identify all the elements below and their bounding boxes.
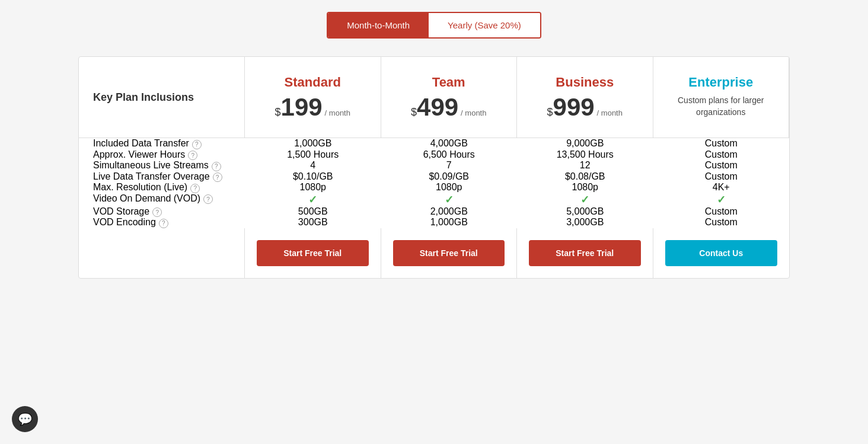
- cell-value-1-2: 13,500 Hours: [557, 149, 614, 159]
- row-label-text-6: VOD Storage: [93, 206, 149, 216]
- row-label-text-2: Simultaneous Live Streams: [93, 160, 209, 170]
- chat-bubble[interactable]: 💬: [12, 406, 38, 432]
- row-7-col-1: 1,000GB: [381, 217, 518, 228]
- row-label-5: Video On Demand (VOD)?: [79, 193, 245, 206]
- start-trial-standard[interactable]: Start Free Trial: [257, 240, 369, 266]
- row-5-col-0: ✓: [245, 193, 381, 206]
- row-label-text-7: VOD Encoding: [93, 217, 156, 227]
- cell-value-6-0: 500GB: [298, 206, 328, 216]
- row-6-col-0: 500GB: [245, 206, 381, 218]
- row-4-col-2: 1080p: [517, 182, 653, 193]
- yearly-toggle-btn[interactable]: Yearly (Save 20%): [429, 13, 540, 37]
- price-period-team: / month: [461, 108, 486, 117]
- row-0-col-0: 1,000GB: [245, 138, 381, 149]
- row-6-col-1: 2,000GB: [381, 206, 518, 218]
- cell-value-1-3: Custom: [705, 149, 738, 159]
- help-icon-3[interactable]: ?: [213, 173, 222, 182]
- enterprise-subtitle: Custom plans for larger organizations: [665, 95, 777, 118]
- row-4-col-1: 1080p: [381, 182, 518, 193]
- plan-price-standard: $ 199 / month: [257, 95, 369, 120]
- plan-name-business: Business: [529, 75, 641, 90]
- cell-value-3-0: $0.10/GB: [293, 171, 333, 181]
- help-icon-1[interactable]: ?: [188, 151, 197, 160]
- row-label-text-3: Live Data Transfer Overage: [93, 171, 210, 181]
- cell-value-4-3: 4K+: [713, 182, 730, 192]
- cell-value-6-2: 5,000GB: [566, 206, 604, 216]
- footer-team: Start Free Trial: [381, 228, 518, 278]
- row-7-col-2: 3,000GB: [517, 217, 653, 228]
- plan-name-standard: Standard: [257, 75, 369, 90]
- checkmark-5-2: ✓: [580, 194, 589, 206]
- row-label-6: VOD Storage?: [79, 206, 245, 218]
- row-2-col-1: 7: [381, 160, 518, 171]
- row-5-col-3: ✓: [653, 193, 790, 206]
- plan-header-team: Team $ 499 / month: [381, 57, 518, 138]
- row-label-text-5: Video On Demand (VOD): [93, 193, 200, 203]
- cell-value-0-1: 4,000GB: [430, 138, 468, 148]
- cell-value-4-1: 1080p: [436, 182, 462, 192]
- row-1-col-3: Custom: [653, 149, 790, 161]
- cell-value-1-1: 6,500 Hours: [423, 149, 475, 159]
- cell-value-0-3: Custom: [705, 138, 738, 148]
- row-label-text-4: Max. Resolution (Live): [93, 182, 187, 192]
- price-amount-team: 499: [417, 95, 458, 120]
- price-dollar-business: $: [547, 106, 553, 119]
- plan-header-business: Business $ 999 / month: [517, 57, 653, 138]
- monthly-toggle-btn[interactable]: Month-to-Month: [328, 13, 429, 37]
- help-icon-7[interactable]: ?: [159, 219, 168, 228]
- start-trial-team[interactable]: Start Free Trial: [393, 240, 505, 266]
- cell-value-7-0: 300GB: [298, 217, 328, 227]
- row-label-1: Approx. Viewer Hours?: [79, 149, 245, 161]
- row-label-text-0: Included Data Transfer: [93, 138, 189, 148]
- chat-icon: 💬: [18, 412, 33, 426]
- row-label-0: Included Data Transfer?: [79, 138, 245, 149]
- price-period-business: / month: [597, 108, 623, 117]
- key-plan-header-cell: Key Plan Inclusions: [79, 57, 245, 138]
- row-2-col-0: 4: [245, 160, 381, 171]
- help-icon-6[interactable]: ?: [152, 207, 162, 217]
- row-label-7: VOD Encoding?: [79, 217, 245, 228]
- plan-name-enterprise: Enterprise: [665, 75, 777, 90]
- row-label-2: Simultaneous Live Streams?: [79, 160, 245, 171]
- cell-value-3-2: $0.08/GB: [565, 171, 605, 181]
- plan-price-team: $ 499 / month: [393, 95, 505, 120]
- plan-header-enterprise: Enterprise Custom plans for larger organ…: [653, 57, 790, 138]
- row-3-col-3: Custom: [653, 171, 790, 183]
- cell-value-7-3: Custom: [705, 217, 738, 227]
- start-trial-business[interactable]: Start Free Trial: [529, 240, 641, 266]
- help-icon-4[interactable]: ?: [190, 184, 200, 193]
- help-icon-2[interactable]: ?: [212, 162, 221, 171]
- price-amount-business: 999: [553, 95, 595, 120]
- row-3-col-1: $0.09/GB: [381, 171, 518, 183]
- cell-value-6-3: Custom: [705, 206, 738, 216]
- row-2-col-3: Custom: [653, 160, 790, 171]
- key-plan-title: Key Plan Inclusions: [93, 91, 194, 104]
- cell-value-0-0: 1,000GB: [294, 138, 331, 148]
- row-2-col-2: 12: [517, 160, 653, 171]
- row-label-text-1: Approx. Viewer Hours: [93, 149, 185, 159]
- help-icon-5[interactable]: ?: [203, 194, 213, 204]
- checkmark-5-0: ✓: [308, 194, 317, 206]
- cell-value-4-2: 1080p: [572, 182, 599, 192]
- table-grid: Key Plan Inclusions Standard $ 199 / mon…: [79, 57, 789, 278]
- plan-price-business: $ 999 / month: [529, 95, 641, 120]
- help-icon-0[interactable]: ?: [192, 140, 202, 149]
- cell-value-7-1: 1,000GB: [430, 217, 468, 227]
- row-1-col-0: 1,500 Hours: [245, 149, 381, 161]
- pricing-table: Key Plan Inclusions Standard $ 199 / mon…: [78, 56, 790, 279]
- cell-value-7-2: 3,000GB: [566, 217, 604, 227]
- price-amount-standard: 199: [281, 95, 323, 120]
- row-0-col-2: 9,000GB: [517, 138, 653, 149]
- row-1-col-2: 13,500 Hours: [517, 149, 653, 161]
- cell-value-6-1: 2,000GB: [430, 206, 468, 216]
- contact-us-enterprise[interactable]: Contact Us: [665, 240, 778, 266]
- cell-value-2-3: Custom: [705, 160, 738, 170]
- row-3-col-2: $0.08/GB: [517, 171, 653, 183]
- cell-value-4-0: 1080p: [300, 182, 327, 192]
- row-5-col-1: ✓: [381, 193, 518, 206]
- plan-name-team: Team: [393, 75, 505, 90]
- row-label-3: Live Data Transfer Overage?: [79, 171, 245, 183]
- row-3-col-0: $0.10/GB: [245, 171, 381, 183]
- plan-header-standard: Standard $ 199 / month: [245, 57, 381, 138]
- row-7-col-0: 300GB: [245, 217, 381, 228]
